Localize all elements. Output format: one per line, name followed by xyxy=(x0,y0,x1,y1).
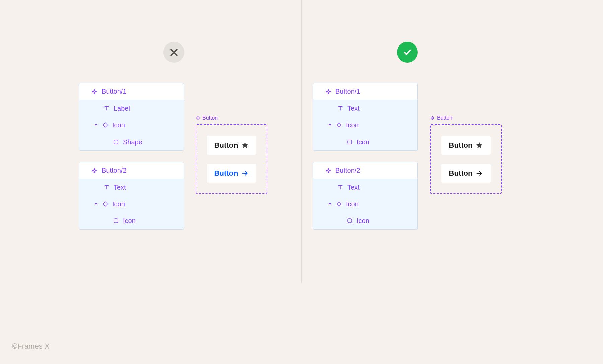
layer-panel: Button/2 Text Icon Icon xyxy=(313,162,418,230)
layer-header[interactable]: Button/1 xyxy=(79,83,184,100)
instance-icon xyxy=(102,122,108,128)
star-icon xyxy=(241,142,249,149)
layer-row[interactable]: Icon xyxy=(79,196,184,212)
component-set-label: Button xyxy=(430,115,502,121)
layer-header[interactable]: Button/2 xyxy=(79,162,184,179)
star-icon xyxy=(476,142,483,149)
layer-row[interactable]: Text xyxy=(79,179,184,196)
text-layer-icon xyxy=(337,184,343,190)
arrow-right-icon xyxy=(241,170,249,177)
layer-title: Button/2 xyxy=(102,167,127,174)
layer-label: Text xyxy=(114,184,126,191)
button-label: Button xyxy=(449,141,473,150)
instance-icon xyxy=(336,201,342,207)
layer-row[interactable]: Icon xyxy=(79,212,184,229)
layer-row[interactable]: Icon xyxy=(313,212,417,229)
layer-label: Icon xyxy=(112,200,125,208)
instance-icon xyxy=(336,122,342,128)
component-icon xyxy=(91,168,97,174)
svg-rect-3 xyxy=(348,219,352,223)
layer-row[interactable]: Icon xyxy=(79,117,184,133)
layer-panel: Button/1 Label Icon Shape xyxy=(79,83,184,151)
layer-label: Icon xyxy=(112,121,125,129)
svg-rect-2 xyxy=(348,140,352,144)
layer-row[interactable]: Label xyxy=(79,100,184,117)
button-label: Button xyxy=(214,141,238,150)
component-icon xyxy=(91,89,97,95)
layer-label: Shape xyxy=(123,138,142,146)
layer-row[interactable]: Text xyxy=(313,100,417,117)
component-icon xyxy=(196,116,200,120)
layer-row[interactable]: Icon xyxy=(313,117,417,133)
chevron-down-icon[interactable] xyxy=(94,123,98,127)
text-layer-icon xyxy=(104,184,110,190)
component-icon xyxy=(430,116,435,120)
instance-icon xyxy=(102,201,108,207)
good-example-column: Button/1 Text Icon Icon Button/2 xyxy=(302,0,547,283)
shape-layer-icon xyxy=(347,139,353,145)
layer-title: Button/1 xyxy=(335,88,360,95)
attribution: ©Frames X xyxy=(12,342,50,351)
button-label: Button xyxy=(449,169,473,178)
arrow-right-icon xyxy=(476,170,483,177)
layer-label: Icon xyxy=(357,138,370,146)
layer-label: Icon xyxy=(123,217,136,225)
component-set-frame: Button Button xyxy=(430,124,502,194)
layer-label: Icon xyxy=(346,121,359,129)
layer-header[interactable]: Button/2 xyxy=(313,162,417,179)
component-set-name: Button xyxy=(202,115,218,121)
button-label: Button xyxy=(214,169,238,178)
layer-label: Text xyxy=(347,105,360,112)
text-layer-icon xyxy=(104,105,110,111)
shape-layer-icon xyxy=(347,218,353,224)
button-variant[interactable]: Button xyxy=(207,164,256,183)
component-icon xyxy=(325,168,331,174)
layer-label: Text xyxy=(347,184,360,191)
button-variant[interactable]: Button xyxy=(207,136,256,155)
component-set-label: Button xyxy=(196,115,267,121)
layer-row[interactable]: Icon xyxy=(313,196,417,212)
bad-example-column: Button/1 Label Icon Shape Button/2 xyxy=(56,0,302,283)
layer-panel: Button/1 Text Icon Icon xyxy=(313,83,418,151)
layer-title: Button/2 xyxy=(335,167,360,174)
button-variant[interactable]: Button xyxy=(441,136,491,155)
layer-row[interactable]: Icon xyxy=(313,133,417,150)
text-layer-icon xyxy=(337,105,343,111)
layer-label: Icon xyxy=(357,217,370,225)
component-set-frame: Button Button xyxy=(196,124,267,194)
chevron-down-icon[interactable] xyxy=(328,202,332,206)
layer-header[interactable]: Button/1 xyxy=(313,83,417,100)
layer-label: Label xyxy=(114,105,130,112)
layer-row[interactable]: Shape xyxy=(79,133,184,150)
component-icon xyxy=(325,89,331,95)
chevron-down-icon[interactable] xyxy=(328,123,332,127)
component-set-name: Button xyxy=(437,115,452,121)
layer-label: Icon xyxy=(346,200,359,208)
layer-row[interactable]: Text xyxy=(313,179,417,196)
shape-layer-icon xyxy=(113,218,119,224)
svg-rect-0 xyxy=(114,140,118,144)
layer-panel: Button/2 Text Icon Icon xyxy=(79,162,184,230)
button-variant[interactable]: Button xyxy=(441,164,491,183)
svg-rect-1 xyxy=(114,219,118,223)
chevron-down-icon[interactable] xyxy=(94,202,98,206)
component-preview: Button Button Button xyxy=(196,115,267,194)
layer-title: Button/1 xyxy=(102,88,127,95)
component-preview: Button Button Button xyxy=(430,115,502,194)
shape-layer-icon xyxy=(113,139,119,145)
